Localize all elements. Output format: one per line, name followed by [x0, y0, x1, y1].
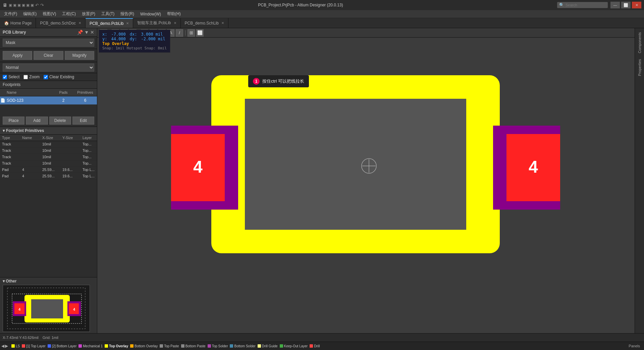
tab-schdoc-close[interactable]: ✕: [78, 21, 81, 25]
normal-select[interactable]: Normal: [3, 63, 94, 72]
select-checkbox-label[interactable]: Select: [3, 75, 19, 79]
right-panel-components[interactable]: Components: [636, 30, 643, 56]
fp-row-3[interactable]: Track 10mil Top...: [0, 160, 97, 167]
panel-close-icon[interactable]: ✕: [90, 30, 94, 35]
fp-row-4[interactable]: Pad 4 25.59... 19.6... Top L...: [0, 167, 97, 173]
edit-button[interactable]: Edit: [72, 117, 94, 125]
layer-bottomsolder[interactable]: Bottom Solder: [230, 344, 255, 348]
tab-pcblib-close[interactable]: ✕: [126, 21, 129, 25]
menu-place[interactable]: 放置(P): [79, 10, 98, 17]
panel-menu-icon[interactable]: ▼: [84, 30, 89, 35]
checkbox-section: Select Zoom Clear Existing: [0, 73, 97, 81]
zoom-label: Zoom: [29, 75, 40, 79]
canvas-area[interactable]: ▼ ↗ □ 📊 ✏ ⬤ ? A / ⊞ ⬜ x: -7.000 dx: 3.00…: [97, 28, 635, 333]
tab-smartcar-close[interactable]: ✕: [174, 21, 176, 25]
menu-view[interactable]: 视图(V): [40, 10, 59, 17]
layer-bottom[interactable]: [2] Bottom Layer: [48, 344, 76, 348]
layer-toppaste[interactable]: Top Paste: [160, 344, 179, 348]
pcb-canvas[interactable]: 4 4: [164, 42, 567, 290]
fpr-name-4: 4: [20, 167, 40, 173]
layer-scroll-right[interactable]: ▶: [5, 344, 8, 348]
fth-name: Name: [20, 135, 40, 141]
zoom-checkbox-label[interactable]: Zoom: [23, 75, 40, 79]
layer-topsolder-dot: [208, 344, 211, 348]
clear-existing-checkbox[interactable]: [44, 75, 48, 79]
panel-pin-icon[interactable]: 📌: [77, 30, 83, 35]
fp-row-0[interactable]: Track 10mil Top...: [0, 141, 97, 147]
layer-topsolder-label: Top Solder: [212, 344, 228, 348]
layer-drill[interactable]: Drill: [310, 344, 320, 348]
tab-pcblib[interactable]: PCB_demo.PcbLib ✕: [86, 18, 133, 28]
fpr-type-5: Pad: [0, 173, 20, 179]
row-pads: 2: [53, 97, 73, 103]
tab-home[interactable]: 🏠 Home Page: [0, 18, 36, 28]
clear-button[interactable]: Clear: [34, 51, 63, 60]
tab-schlib-close[interactable]: ✕: [221, 21, 224, 25]
tab-smartcar[interactable]: 智能车主板.PcbLib ✕: [133, 18, 180, 28]
select-label: Select: [8, 75, 19, 79]
layer-topsolder[interactable]: Top Solder: [208, 344, 228, 348]
search-input[interactable]: [566, 3, 606, 7]
layer-bottompaste-label: Bottom Paste: [185, 344, 206, 348]
layer-mech1[interactable]: Mechanical 1: [78, 344, 103, 348]
fp-row-2[interactable]: Track 10mil Top...: [0, 154, 97, 160]
zoom-checkbox[interactable]: [23, 75, 28, 79]
layer-toppaste-dot: [160, 344, 163, 348]
mask-select[interactable]: Mask: [3, 39, 94, 47]
layer-drillguide[interactable]: Drill Guide: [258, 344, 278, 348]
search-box[interactable]: 🔍: [557, 2, 608, 8]
layer-scroll-left[interactable]: ◀: [1, 344, 4, 348]
add-button[interactable]: Add: [26, 117, 48, 125]
tab-schlib[interactable]: PCB_demo.SchLib ✕: [181, 18, 228, 28]
right-panel: Components Properties: [635, 28, 644, 333]
layer-mech1-label: Mechanical 1: [83, 344, 103, 348]
menu-file[interactable]: 文件(F): [1, 10, 20, 17]
menu-edit[interactable]: 编辑(E): [20, 10, 39, 17]
layer-topoverlay[interactable]: Top Overlay: [105, 344, 128, 348]
layer-drillguide-dot: [258, 344, 261, 348]
menu-reports[interactable]: 报告(R): [118, 10, 137, 17]
menu-window[interactable]: Window(W): [138, 11, 164, 17]
fp-table-header: Type Name X-Size Y-Size Layer: [0, 135, 97, 141]
tb-grid-btn[interactable]: ⊞: [187, 29, 195, 37]
menu-help[interactable]: 帮助(H): [164, 10, 183, 17]
panel-header: PCB Library 📌 ▼ ✕: [0, 28, 97, 37]
col-pads-header: Pads: [53, 90, 73, 95]
tb-sep-3: [185, 30, 185, 36]
window-title: PCB_Project.PrjPcb - Altium Designer (20…: [44, 3, 557, 7]
fpr-layer-1: Top...: [80, 147, 97, 154]
right-panel-properties[interactable]: Properties: [636, 56, 643, 79]
fth-xsize: X-Size: [40, 135, 60, 141]
layer-keepout[interactable]: Keep-Out Layer: [280, 344, 308, 348]
panel-title: PCB Library: [3, 30, 26, 35]
place-button[interactable]: Place: [3, 117, 24, 125]
layer-bottomoverlay[interactable]: Bottom Overlay: [130, 344, 158, 348]
minimize-button[interactable]: —: [610, 2, 620, 8]
tb-square-btn[interactable]: ⬜: [196, 29, 204, 37]
other-header[interactable]: ▾ Other: [3, 279, 94, 283]
tb-line-btn[interactable]: /: [176, 29, 183, 37]
layer-ls[interactable]: LS: [11, 344, 20, 348]
table-row[interactable]: 📄 SOD-123 2 6: [0, 96, 97, 104]
panels-label[interactable]: Panels: [629, 344, 640, 348]
tab-schdoc-label: PCB_demo.SchDoc: [40, 21, 76, 26]
fpr-ysize-0: [60, 143, 80, 145]
fp-triangle-icon: ▾: [3, 128, 5, 133]
fp-primitives-header[interactable]: ▾ Footprint Primitives: [0, 127, 97, 135]
mini-preview: 4 4: [3, 285, 90, 332]
close-button[interactable]: ✕: [632, 2, 641, 8]
select-checkbox[interactable]: [3, 75, 7, 79]
magnify-button[interactable]: Magnify: [65, 51, 94, 60]
row-icon: 📄: [0, 97, 5, 103]
layer-top[interactable]: [1] Top Layer: [22, 344, 46, 348]
tab-schdoc[interactable]: PCB_demo.SchDoc ✕: [36, 18, 86, 28]
fp-row-5[interactable]: Pad 4 25.59... 19.6... Top L...: [0, 173, 97, 179]
apply-button[interactable]: Apply: [3, 51, 32, 60]
clear-existing-checkbox-label[interactable]: Clear Existing: [44, 75, 74, 79]
restore-button[interactable]: ⬜: [621, 2, 631, 8]
delete-button[interactable]: Delete: [49, 117, 71, 125]
fp-row-1[interactable]: Track 10mil Top...: [0, 147, 97, 154]
layer-bottompaste[interactable]: Bottom Paste: [181, 344, 206, 348]
menu-tools[interactable]: 工具(T): [99, 10, 117, 17]
menu-project[interactable]: 工程(C): [59, 10, 78, 17]
